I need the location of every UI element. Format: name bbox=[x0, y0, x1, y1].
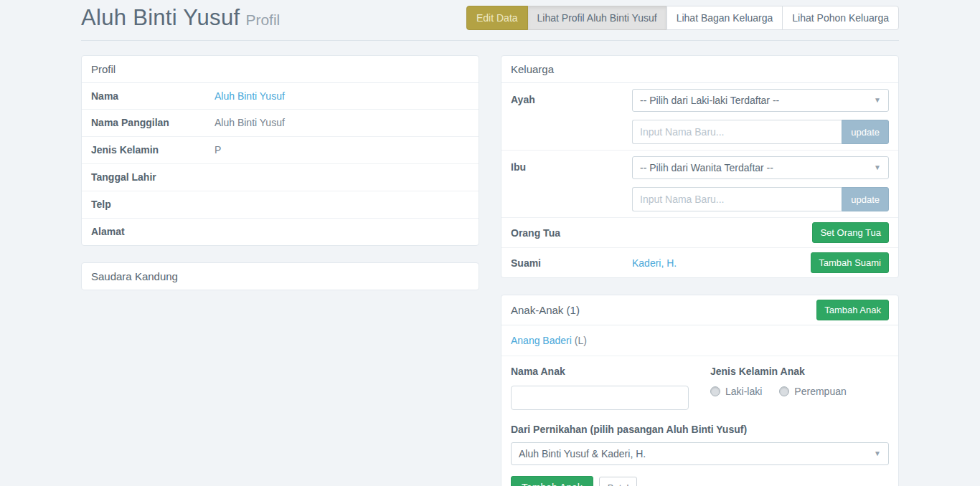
row-label: Jenis Kelamin bbox=[91, 144, 215, 156]
ayah-input-group: update bbox=[632, 120, 889, 144]
right-column: Keluarga Ayah -- Pilih dari Laki-laki Te… bbox=[501, 55, 899, 486]
ayah-select-value: -- Pilih dari Laki-laki Terdaftar -- bbox=[640, 95, 779, 106]
ayah-select[interactable]: -- Pilih dari Laki-laki Terdaftar -- ▼ bbox=[632, 89, 889, 112]
tambah-anak-header-button[interactable]: Tambah Anak bbox=[816, 300, 889, 320]
ayah-name-input[interactable] bbox=[632, 120, 842, 144]
lihat-pohon-button[interactable]: Lihat Pohon Keluarga bbox=[782, 6, 899, 30]
profil-panel-title: Profil bbox=[91, 63, 116, 75]
table-row: Jenis Kelamin P bbox=[82, 136, 479, 163]
table-row: Telp bbox=[82, 191, 479, 218]
child-link[interactable]: Anang Baderi bbox=[511, 335, 572, 346]
pernikahan-select[interactable]: Aluh Binti Yusuf & Kaderi, H. ▼ bbox=[511, 442, 889, 465]
row-label: Nama bbox=[91, 90, 215, 102]
anak-anak-title: Anak-Anak (1) bbox=[511, 304, 580, 316]
ayah-label: Ayah bbox=[511, 89, 632, 105]
saudara-kandung-heading: Saudara Kandung bbox=[82, 263, 479, 290]
ibu-name-input[interactable] bbox=[632, 187, 842, 211]
row-label: Nama Panggilan bbox=[91, 117, 215, 129]
radio-icon bbox=[779, 386, 789, 396]
add-child-form: Nama Anak Jenis Kelamin Anak Laki-laki bbox=[501, 356, 898, 486]
nama-link[interactable]: Aluh Binti Yusuf bbox=[215, 90, 285, 102]
saudara-kandung-title: Saudara Kandung bbox=[91, 270, 178, 282]
radio-laki-laki[interactable]: Laki-laki bbox=[710, 386, 762, 397]
nama-anak-label: Nama Anak bbox=[511, 366, 699, 377]
page-subtitle: Profil bbox=[245, 11, 280, 28]
table-row: Tanggal Lahir bbox=[82, 163, 479, 191]
row-value: Aluh Binti Yusuf bbox=[215, 117, 285, 129]
content-columns: Profil Nama Aluh Binti Yusuf Nama Panggi… bbox=[81, 55, 899, 486]
row-value: P bbox=[215, 144, 221, 156]
table-row: Alamat bbox=[82, 218, 479, 245]
ayah-row: Ayah -- Pilih dari Laki-laki Terdaftar -… bbox=[501, 83, 898, 150]
page-title-block: Aluh Binti YusufProfil bbox=[81, 5, 280, 31]
child-gender-suffix: (L) bbox=[575, 335, 587, 346]
table-row: Nama Aluh Binti Yusuf bbox=[82, 83, 479, 109]
left-column: Profil Nama Aluh Binti Yusuf Nama Panggi… bbox=[81, 55, 479, 486]
profil-panel: Profil Nama Aluh Binti Yusuf Nama Panggi… bbox=[81, 55, 479, 246]
dari-pernikahan-label: Dari Pernikahan (pilih pasangan Aluh Bin… bbox=[511, 424, 889, 435]
keluarga-panel-heading: Keluarga bbox=[501, 56, 898, 83]
keluarga-panel-title: Keluarga bbox=[511, 63, 554, 75]
row-label: Tanggal Lahir bbox=[91, 171, 215, 184]
ibu-row: Ibu -- Pilih dari Wanita Terdaftar -- ▼ … bbox=[501, 150, 898, 217]
batal-button[interactable]: Batal bbox=[599, 477, 638, 486]
saudara-kandung-panel: Saudara Kandung bbox=[81, 262, 479, 290]
pernikahan-select-value: Aluh Binti Yusuf & Kaderi, H. bbox=[519, 448, 646, 459]
radio-perempuan-label: Perempuan bbox=[794, 386, 846, 397]
anak-anak-panel: Anak-Anak (1) Tambah Anak Anang Baderi (… bbox=[501, 295, 899, 486]
suami-label: Suami bbox=[511, 257, 632, 269]
tambah-anak-submit-button[interactable]: Tambah Anak bbox=[511, 476, 593, 486]
suami-row: Suami Kaderi, H. Tambah Suami bbox=[501, 247, 898, 277]
chevron-down-icon: ▼ bbox=[874, 97, 881, 104]
ibu-controls: -- Pilih dari Wanita Terdaftar -- ▼ upda… bbox=[632, 156, 889, 211]
row-label: Alamat bbox=[91, 226, 215, 238]
list-item: Anang Baderi (L) bbox=[501, 325, 898, 356]
ayah-controls: -- Pilih dari Laki-laki Terdaftar -- ▼ u… bbox=[632, 89, 889, 144]
ibu-select-value: -- Pilih dari Wanita Terdaftar -- bbox=[640, 162, 773, 173]
ibu-select[interactable]: -- Pilih dari Wanita Terdaftar -- ▼ bbox=[632, 156, 889, 179]
radio-icon bbox=[710, 386, 720, 396]
keluarga-panel: Keluarga Ayah -- Pilih dari Laki-laki Te… bbox=[501, 55, 899, 278]
form-actions: Tambah Anak Batal bbox=[511, 476, 889, 486]
suami-link[interactable]: Kaderi, H. bbox=[632, 257, 677, 269]
ibu-label: Ibu bbox=[511, 156, 632, 173]
row-label: Telp bbox=[91, 199, 215, 211]
page-container: Aluh Binti YusufProfil Edit Data Lihat P… bbox=[81, 0, 899, 486]
gender-radio-group: Laki-laki Perempuan bbox=[710, 386, 889, 397]
anak-anak-heading: Anak-Anak (1) Tambah Anak bbox=[501, 295, 898, 325]
page-header: Aluh Binti YusufProfil Edit Data Lihat P… bbox=[81, 0, 899, 41]
radio-laki-laki-label: Laki-laki bbox=[725, 386, 762, 397]
profil-panel-heading: Profil bbox=[82, 56, 479, 83]
ibu-update-button[interactable]: update bbox=[842, 187, 889, 211]
ibu-input-group: update bbox=[632, 187, 889, 211]
ayah-update-button[interactable]: update bbox=[842, 120, 889, 144]
lihat-bagan-button[interactable]: Lihat Bagan Keluarga bbox=[666, 6, 783, 30]
nama-anak-input[interactable] bbox=[511, 386, 689, 410]
tambah-suami-button[interactable]: Tambah Suami bbox=[811, 252, 889, 273]
orang-tua-row: Orang Tua Set Orang Tua bbox=[501, 217, 898, 247]
view-button-group: Edit Data Lihat Profil Aluh Binti Yusuf … bbox=[466, 6, 899, 30]
edit-data-button[interactable]: Edit Data bbox=[466, 6, 528, 30]
set-orang-tua-button[interactable]: Set Orang Tua bbox=[812, 222, 889, 243]
lihat-profil-button[interactable]: Lihat Profil Aluh Binti Yusuf bbox=[527, 6, 667, 30]
jenis-kelamin-anak-label: Jenis Kelamin Anak bbox=[710, 366, 889, 377]
orang-tua-label: Orang Tua bbox=[511, 227, 632, 239]
chevron-down-icon: ▼ bbox=[874, 450, 881, 457]
page-title: Aluh Binti Yusuf bbox=[81, 5, 240, 30]
chevron-down-icon: ▼ bbox=[874, 164, 881, 171]
table-row: Nama Panggilan Aluh Binti Yusuf bbox=[82, 109, 479, 136]
radio-perempuan[interactable]: Perempuan bbox=[779, 386, 846, 397]
